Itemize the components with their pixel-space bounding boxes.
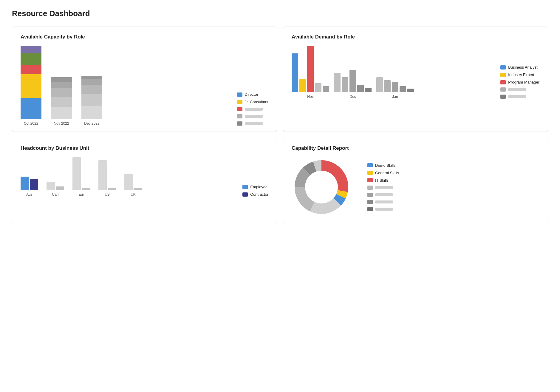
- legend-item: [500, 95, 539, 99]
- demand-month-group: Jan: [376, 77, 414, 99]
- headcount-axis-label: UK: [131, 192, 136, 197]
- legend-label: Contractor: [250, 192, 268, 197]
- capacity-bar-group: Nov 2022: [51, 77, 72, 126]
- legend-swatch: [242, 185, 248, 189]
- donut-segment: [295, 187, 315, 211]
- demand-bar: [292, 53, 298, 92]
- bar-segment: [81, 76, 102, 79]
- legend-label-placeholder: [375, 200, 393, 203]
- capability-legend: Demo SkillsGeneral SkillsIT Skills: [367, 163, 399, 211]
- legend-label-placeholder: [508, 88, 526, 91]
- bar-segment: [51, 97, 72, 107]
- legend-item: Director: [237, 92, 269, 97]
- bar-segment: [51, 88, 72, 97]
- legend-label-placeholder: [375, 208, 393, 211]
- legend-label: Employee: [250, 185, 267, 189]
- donut-segment: [321, 160, 348, 192]
- legend-item: [367, 207, 399, 211]
- legend-swatch: [367, 163, 373, 167]
- headcount-bar: [98, 160, 107, 190]
- headcount-legend: EmployeeContractor: [242, 185, 268, 197]
- bar-axis-label: Dec 2022: [84, 121, 99, 126]
- headcount-bar: [21, 177, 29, 190]
- legend-swatch: [237, 100, 242, 104]
- headcount-bar: [30, 179, 38, 190]
- legend-label-placeholder: [245, 122, 263, 125]
- demand-bar: [407, 89, 414, 92]
- headcount-bar: [108, 188, 116, 190]
- legend-item: Business Analyst: [500, 65, 539, 70]
- demand-bar: [349, 70, 356, 92]
- donut-chart: [292, 157, 351, 217]
- demand-bar: [315, 83, 321, 92]
- demand-month-label: Jan: [392, 95, 398, 99]
- legend-item: Industry Expert: [500, 72, 539, 77]
- demand-month-label: Nov: [307, 95, 313, 99]
- legend-label: Program Manager: [508, 80, 539, 84]
- legend-swatch: [500, 80, 506, 84]
- legend-swatch: [237, 121, 242, 126]
- bar-segment: [21, 65, 41, 74]
- demand-card: Available Demand by Role NovDecJan Busin…: [283, 27, 548, 132]
- legend-item: Contractor: [242, 192, 268, 197]
- demand-bar: [400, 86, 406, 92]
- capacity-legend: DirectorJr. Consultant: [237, 92, 269, 126]
- legend-item: [237, 114, 269, 118]
- demand-bar: [376, 77, 383, 92]
- demand-month-group: Dec: [334, 70, 372, 99]
- legend-label: Business Analyst: [508, 65, 537, 70]
- legend-label: IT Skills: [375, 178, 389, 183]
- legend-item: Employee: [242, 185, 268, 189]
- legend-label-placeholder: [245, 115, 263, 118]
- legend-item: [237, 107, 269, 111]
- legend-item: Program Manager: [500, 80, 539, 84]
- legend-swatch: [500, 73, 506, 77]
- headcount-bar: [134, 188, 142, 190]
- headcount-group: Can: [47, 182, 64, 197]
- legend-label: Demo Skills: [375, 163, 396, 168]
- headcount-axis-label: Can: [52, 192, 58, 197]
- legend-swatch: [237, 107, 242, 111]
- bar-segment: [21, 53, 41, 65]
- bar-segment: [81, 94, 102, 106]
- capability-card: Capability Detail Report Demo SkillsGene…: [283, 138, 548, 223]
- legend-swatch: [237, 114, 242, 118]
- legend-label: Director: [245, 92, 259, 97]
- headcount-axis-label: Eur: [78, 192, 84, 197]
- demand-bar: [384, 80, 391, 92]
- capacity-bar-group: Oct 2022: [21, 46, 41, 126]
- legend-label-placeholder: [245, 108, 263, 111]
- legend-item: [367, 200, 399, 204]
- headcount-bar: [56, 186, 64, 190]
- headcount-bars: AusCanEurUSUK: [21, 157, 231, 197]
- headcount-axis-label: US: [105, 192, 110, 197]
- legend-item: [237, 121, 269, 126]
- page-title: Resource Dashboard: [12, 9, 548, 18]
- legend-label-placeholder: [375, 186, 393, 189]
- bar-axis-label: Nov 2022: [54, 121, 69, 126]
- bar-segment: [21, 74, 41, 98]
- bar-axis-label: Oct 2022: [24, 121, 38, 126]
- demand-bar: [342, 77, 348, 92]
- headcount-chart-area: AusCanEurUSUK EmployeeContractor: [21, 157, 268, 197]
- headcount-axis-label: Aus: [26, 192, 33, 197]
- legend-label: Jr. Consultant: [245, 100, 269, 104]
- headcount-bar: [47, 182, 55, 190]
- legend-item: General Skills: [367, 171, 399, 175]
- bar-segment: [51, 77, 72, 82]
- headcount-group: Eur: [72, 157, 90, 197]
- demand-month-label: Dec: [349, 95, 356, 99]
- legend-swatch: [500, 65, 506, 70]
- legend-label-placeholder: [375, 193, 393, 196]
- demand-bar: [334, 73, 341, 92]
- demand-month-group: Nov: [292, 46, 329, 99]
- headcount-group: Aus: [21, 177, 38, 197]
- headcount-bar: [72, 157, 81, 190]
- legend-item: [500, 87, 539, 92]
- headcount-group: UK: [124, 174, 142, 197]
- legend-item: Jr. Consultant: [237, 100, 269, 104]
- bar-segment: [81, 85, 102, 94]
- demand-legend: Business AnalystIndustry ExpertProgram M…: [500, 65, 539, 99]
- demand-chart-area: NovDecJan Business AnalystIndustry Exper…: [292, 46, 539, 99]
- dashboard-grid: Available Capacity by Role Oct 2022Nov 2…: [12, 27, 548, 223]
